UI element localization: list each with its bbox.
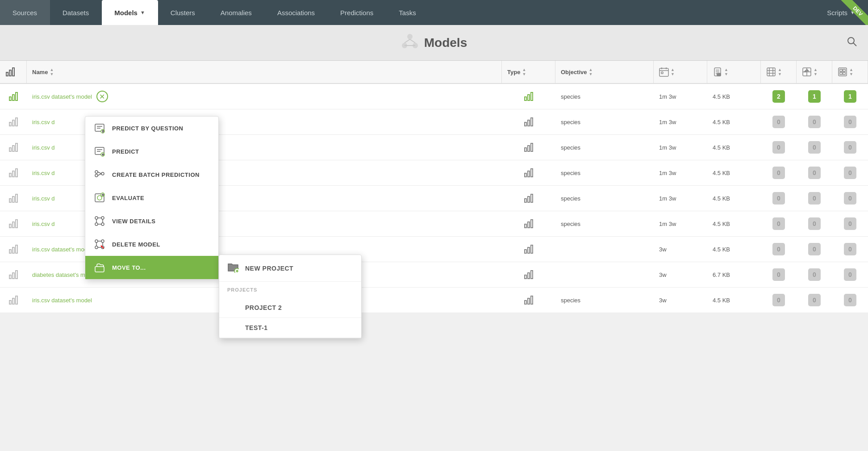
svg-rect-88 (525, 301, 526, 304)
nav-associations[interactable]: Associations (265, 0, 328, 25)
row-count3: 0 (832, 262, 868, 287)
row-objective: species (555, 113, 654, 132)
svg-rect-78 (531, 245, 533, 253)
svg-rect-83 (528, 273, 530, 279)
row-count1: 0 (761, 211, 797, 236)
row-time: 3w (654, 291, 707, 310)
row-time: 1m 3w (654, 138, 707, 157)
svg-rect-82 (525, 275, 526, 279)
row-objective (555, 243, 654, 255)
delete-icon (93, 238, 106, 251)
context-menu-item-6[interactable]: MOVE TO... (85, 256, 218, 279)
svg-rect-62 (13, 196, 14, 202)
th-size[interactable]: B ▲▼ (707, 61, 761, 83)
nav-clusters[interactable]: Clusters (158, 0, 208, 25)
svg-rect-53 (528, 146, 530, 151)
th-icon (0, 61, 27, 83)
th-count1[interactable]: ▲▼ (761, 61, 797, 83)
svg-point-103 (101, 172, 104, 175)
search-button[interactable] (847, 36, 857, 49)
svg-text:+: + (102, 193, 104, 196)
submenu-project-0[interactable]: PROJECT 2 (219, 298, 361, 313)
row-size: 4.5 KB (707, 138, 761, 157)
svg-rect-49 (9, 148, 11, 151)
new-folder-icon (227, 261, 239, 275)
row-count3: 0 (832, 211, 868, 236)
row-name: iris.csv dataset's model ✕ (27, 84, 502, 109)
svg-rect-61 (9, 199, 11, 202)
nav-tasks[interactable]: Tasks (386, 0, 429, 25)
context-menu-item-5[interactable]: DELETE MODEL (85, 233, 218, 256)
context-menu-item-3[interactable]: + EVALUATE (85, 186, 218, 209)
row-count1: 0 (761, 135, 797, 160)
nav-datasets[interactable]: Datasets (50, 0, 102, 25)
row-type-icon (0, 111, 27, 133)
row-type-icon (0, 213, 27, 235)
models-logo-icon (401, 32, 419, 53)
svg-rect-57 (16, 169, 17, 177)
svg-text:B: B (718, 74, 720, 76)
svg-rect-68 (13, 222, 14, 228)
row-count3: 0 (832, 237, 868, 262)
context-menu: ? PREDICT BY QUESTION + PREDICT CREATE B… (85, 116, 219, 280)
svg-rect-90 (531, 296, 533, 304)
th-count2[interactable]: ▲▼ (797, 61, 832, 83)
row-chart-icon (502, 263, 555, 286)
svg-rect-50 (13, 146, 14, 151)
nav-predictions[interactable]: Predictions (328, 0, 386, 25)
time-sort-icon: ▲▼ (671, 67, 675, 76)
svg-rect-58 (525, 173, 526, 177)
count2-sort-icon: ▲▼ (814, 67, 818, 76)
nav-models[interactable]: Models ▼ (102, 0, 158, 25)
row-objective: species (555, 163, 654, 183)
nav-anomalies[interactable]: Anomalies (208, 0, 265, 25)
row-count2: 0 (797, 237, 832, 262)
svg-line-3 (405, 39, 410, 43)
context-menu-item-2[interactable]: CREATE BATCH PREDICTION (85, 163, 218, 186)
projects-header: PROJECTS (219, 282, 361, 298)
table-row: iris.csv dataset's model species 3w 4.5 … (0, 288, 868, 313)
context-menu-label: PREDICT BY QUESTION (112, 125, 184, 132)
th-count3[interactable]: ▲▼ (832, 61, 868, 83)
svg-line-4 (410, 39, 415, 43)
project-label: PROJECT 2 (227, 304, 282, 311)
row-chart-icon (502, 289, 555, 311)
submenu-new-project[interactable]: NEW PROJECT (219, 255, 361, 282)
svg-line-7 (853, 43, 856, 46)
svg-point-0 (407, 34, 413, 39)
svg-rect-45 (16, 118, 17, 126)
svg-text:+: + (102, 153, 104, 156)
svg-point-102 (95, 174, 98, 177)
svg-rect-8 (6, 72, 8, 76)
svg-rect-56 (13, 171, 14, 177)
th-type[interactable]: Type ▲▼ (502, 61, 555, 83)
th-objective[interactable]: Objective ▲▼ (555, 61, 654, 83)
svg-rect-87 (16, 296, 17, 304)
close-row-button[interactable]: ✕ (96, 91, 108, 102)
svg-rect-22 (767, 68, 775, 76)
top-navigation: Sources Datasets Models ▼ Clusters Anoma… (0, 0, 868, 25)
row-type-icon (0, 85, 27, 108)
svg-rect-34 (843, 69, 845, 71)
submenu: NEW PROJECT PROJECTSPROJECT 2TEST-1 (219, 255, 362, 313)
context-menu-label: MOVE TO... (112, 264, 146, 271)
svg-rect-127 (95, 267, 104, 272)
row-count2: 0 (797, 262, 832, 287)
th-name[interactable]: Name ▲▼ (27, 61, 502, 83)
svg-rect-39 (16, 92, 17, 100)
th-time[interactable]: ▲▼ (654, 61, 707, 83)
context-menu-item-4[interactable]: VIEW DETAILS (85, 209, 218, 233)
evaluate-icon: + (93, 192, 106, 204)
details-icon (93, 215, 106, 227)
svg-rect-77 (528, 247, 530, 253)
row-count2: 0 (797, 288, 832, 313)
row-time: 1m 3w (654, 87, 707, 106)
context-menu-item-0[interactable]: ? PREDICT BY QUESTION (85, 117, 218, 140)
row-type-icon (0, 238, 27, 260)
table-header: Name ▲▼ Type ▲▼ Objective ▲▼ ▲▼ (0, 61, 868, 84)
row-count3: 0 (832, 160, 868, 185)
count1-sort-icon: ▲▼ (778, 67, 782, 76)
context-menu-item-1[interactable]: + PREDICT (85, 140, 218, 163)
svg-rect-84 (531, 271, 533, 279)
nav-sources[interactable]: Sources (0, 0, 50, 25)
